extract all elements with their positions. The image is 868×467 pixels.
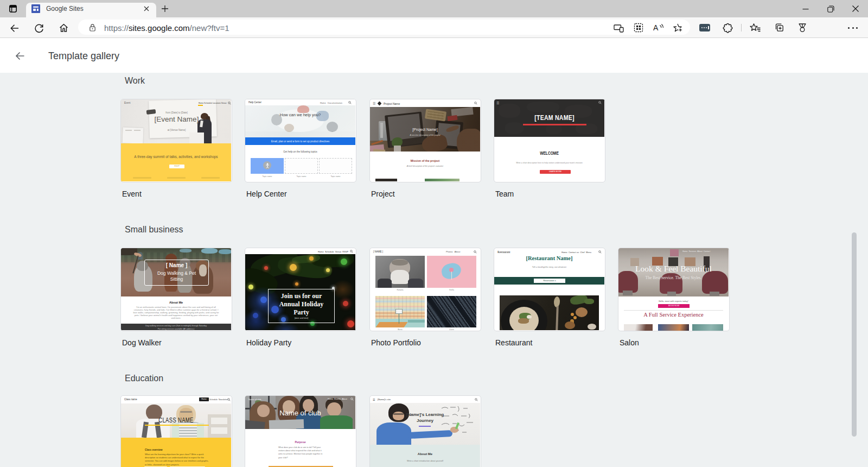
svg-text:A: A: [653, 23, 659, 32]
